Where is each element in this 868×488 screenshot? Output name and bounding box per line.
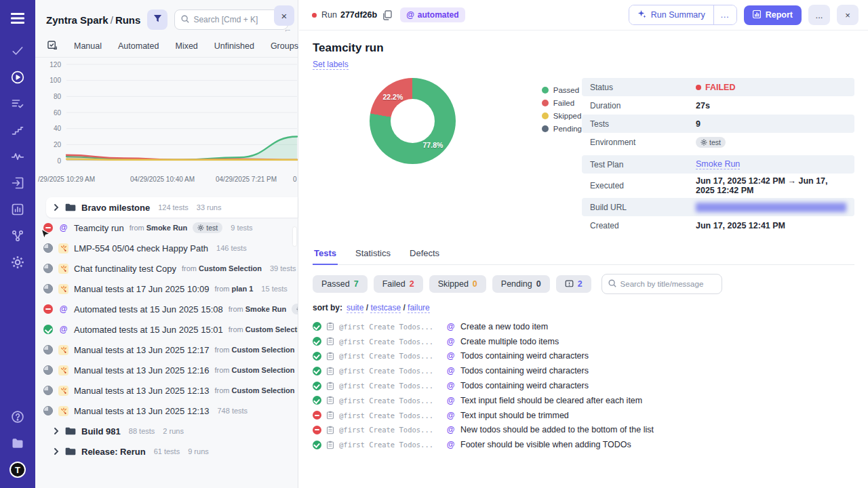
sort-option-suite[interactable]: suite	[347, 303, 363, 313]
panel-close-button[interactable]: ×	[274, 5, 294, 26]
projects-folder-icon[interactable]	[9, 434, 26, 452]
check-icon[interactable]	[9, 42, 26, 60]
steps-icon[interactable]	[9, 121, 26, 139]
tab-statistics[interactable]: Statistics	[354, 245, 392, 264]
run-row[interactable]: Manual tests at 13 Jun 2025 12:13from Cu…	[35, 380, 298, 401]
runs-play-icon[interactable]	[9, 68, 26, 86]
milestone-row[interactable]: Bravo milestone124 tests33 runs	[46, 197, 298, 218]
manual-run-icon	[58, 243, 68, 253]
test-row[interactable]: @first Create Todos...@Todos containing …	[313, 378, 854, 393]
run-row[interactable]: Manual tests at 13 Jun 2025 12:17from Cu…	[35, 340, 298, 360]
help-icon[interactable]	[9, 408, 26, 426]
run-title: Manual tests at 13 Jun 2025 12:17	[74, 345, 209, 355]
runs-search-input[interactable]	[193, 15, 281, 24]
manual-run-icon	[58, 264, 68, 274]
runs-tab-manual[interactable]: Manual	[74, 41, 102, 51]
filter-chip-passed[interactable]: Passed 7	[313, 275, 368, 293]
close-run-button[interactable]: ×	[837, 5, 859, 25]
run-summary-button[interactable]: Run Summary	[629, 5, 713, 24]
x-tick-label: 04/29/2025 10:40 AM	[130, 176, 195, 183]
filter-chip-pending[interactable]: Pending 0	[492, 275, 550, 293]
legend-item-passed: Passed	[542, 86, 582, 94]
info-row-tests: Tests9	[582, 115, 854, 133]
chevron-right-icon[interactable]	[53, 448, 60, 455]
branch-icon[interactable]	[9, 227, 26, 245]
info-row-test-plan: Test PlanSmoke Run	[582, 155, 854, 174]
bar-chart-icon	[753, 10, 761, 20]
select-all-icon[interactable]	[47, 41, 58, 51]
run-title: Teamcity run	[313, 41, 854, 55]
filter-chip-skipped[interactable]: Skipped 0	[429, 275, 486, 293]
filter-chip-failed[interactable]: Failed 2	[374, 275, 423, 293]
runs-tab-automated[interactable]: Automated	[118, 41, 159, 51]
filter-button[interactable]	[147, 9, 167, 30]
manual-run-icon	[58, 345, 68, 355]
build-url-redacted[interactable]: ██████████████████████████████████	[696, 203, 846, 212]
run-row[interactable]: Manual tests at 17 Jun 2025 10:09from pl…	[35, 279, 298, 299]
analytics-icon[interactable]	[9, 201, 26, 218]
run-row[interactable]: Chat functinality test Copyfrom Custom S…	[35, 258, 298, 279]
run-row[interactable]: @Automated tests at 15 Jun 2025 15:08fro…	[35, 299, 298, 319]
copy-icon[interactable]	[382, 10, 392, 20]
runs-search[interactable]	[174, 9, 288, 30]
test-row[interactable]: @first Create Todos...@Footer should be …	[313, 437, 854, 452]
failed-dot-icon	[696, 85, 701, 90]
chevron-right-icon[interactable]	[53, 204, 60, 211]
test-status-passed-icon	[313, 352, 321, 361]
automated-run-icon: @	[58, 223, 68, 233]
milestone-row[interactable]: Build 98188 tests2 runs	[35, 421, 298, 441]
tab-tests[interactable]: Tests	[313, 245, 338, 265]
pulse-icon[interactable]	[9, 148, 26, 165]
list-check-icon[interactable]	[9, 95, 26, 113]
report-button[interactable]: Report	[744, 5, 802, 25]
test-row[interactable]: @first Create Todos...@Text input should…	[313, 408, 854, 423]
runs-tab-mixed[interactable]: Mixed	[175, 41, 197, 51]
test-title: Create multiple todo items	[460, 337, 559, 346]
test-row[interactable]: @first Create Todos...@Create multiple t…	[313, 334, 854, 349]
panel-collapse-icon[interactable]: ⌐-	[285, 26, 290, 33]
run-id: 277df26b	[340, 10, 377, 20]
runs-tab-unfinished[interactable]: Unfinished	[214, 41, 254, 51]
test-plan-link[interactable]: Smoke Run	[696, 159, 740, 169]
hamburger-menu-icon[interactable]	[9, 9, 26, 27]
tab-defects[interactable]: Defects	[408, 245, 441, 264]
run-row[interactable]: LMP-554 05/04 check Happy Path146 tests	[35, 238, 298, 258]
run-row[interactable]: Manual tests at 13 Jun 2025 12:16from Cu…	[35, 360, 298, 380]
settings-gear-icon[interactable]	[9, 253, 26, 271]
logo-avatar[interactable]: T	[9, 461, 26, 479]
test-row[interactable]: @first Create Todos...@Text input field …	[313, 393, 854, 408]
run-summary-more-button[interactable]: ...	[713, 5, 736, 24]
legend-dot	[542, 113, 549, 119]
run-title: Chat functinality test Copy	[74, 264, 176, 274]
run-row[interactable]: Manual tests at 13 Jun 2025 12:13748 tes…	[35, 401, 298, 421]
runs-tab-groups[interactable]: Groups	[271, 41, 298, 51]
sparkles-icon	[637, 9, 646, 20]
test-title: Todos containing weird characters	[460, 366, 589, 375]
run-row[interactable]: @Teamcity runfrom Smoke Runtest9 tests	[35, 218, 298, 238]
tests-search-input[interactable]	[620, 280, 715, 288]
search-icon	[608, 278, 616, 290]
test-row[interactable]: @first Create Todos...@Todos containing …	[313, 363, 854, 378]
more-actions-button[interactable]: ...	[808, 5, 830, 25]
test-row[interactable]: @first Create Todos...@Create a new todo…	[313, 319, 854, 334]
legend-label: Passed	[553, 86, 579, 94]
runs-panel: × ⌐- Zyntra Spark/Runs ManualAutomatedMi…	[35, 0, 298, 488]
run-status-passed-icon	[43, 325, 53, 334]
test-row[interactable]: @first Create Todos...@New todos should …	[313, 423, 854, 438]
sort-by-label: sort by:	[313, 303, 342, 312]
import-icon[interactable]	[9, 174, 26, 192]
filter-chip-comments[interactable]: 2	[556, 275, 591, 293]
legend-dot	[542, 125, 549, 132]
result-donut-chart: 22.2% 77.8%	[313, 78, 513, 235]
test-row[interactable]: @first Create Todos...@Todos containing …	[313, 349, 854, 364]
list-scrollbar-thumb[interactable]	[293, 227, 296, 246]
milestone-row[interactable]: Release: Rerun61 tests9 runs	[35, 441, 298, 462]
run-row[interactable]: @Automated tests at 15 Jun 2025 15:01fro…	[35, 319, 298, 340]
sort-option-failure[interactable]: failure	[408, 303, 430, 313]
project-name: Zyntra Spark	[46, 14, 108, 26]
set-labels-link[interactable]: Set labels	[313, 60, 349, 70]
tests-search[interactable]	[601, 274, 722, 294]
chevron-right-icon[interactable]	[53, 428, 60, 434]
sort-option-testcase[interactable]: testcase	[370, 303, 401, 313]
run-status-dot	[312, 13, 317, 18]
